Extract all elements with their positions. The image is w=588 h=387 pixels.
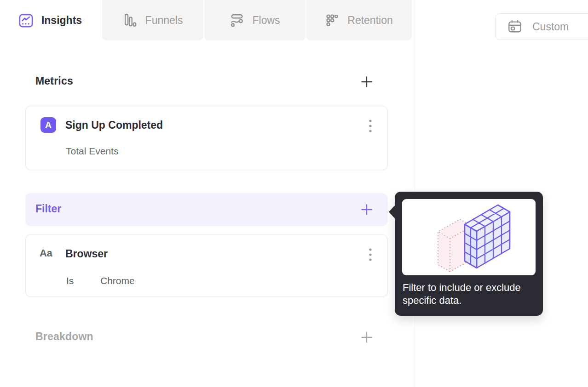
tooltip-text: Filter to include or exclude specific da…	[403, 281, 523, 307]
date-range-label: Custom	[532, 21, 569, 33]
add-filter-button[interactable]	[360, 203, 373, 216]
date-range-button[interactable]: Custom	[495, 13, 588, 40]
filter-heading: Filter	[35, 203, 61, 215]
metric-measurement[interactable]: Total Events	[66, 146, 118, 157]
report-type-tabs: Insights Funnels Flows	[0, 0, 413, 40]
tab-flows[interactable]: Flows	[204, 0, 306, 40]
calendar-icon	[507, 19, 522, 34]
kebab-menu-icon	[368, 118, 373, 135]
filter-property-name[interactable]: Browser	[65, 248, 108, 260]
tab-retention-label: Retention	[347, 14, 392, 27]
plus-icon	[360, 203, 373, 216]
string-property-icon: Aa	[40, 247, 52, 259]
filter-card[interactable]: Aa Browser Is Chrome	[25, 234, 388, 297]
filter-help-tooltip: Filter to include or exclude specific da…	[395, 192, 543, 316]
metric-card[interactable]: A Sign Up Completed Total Events	[25, 106, 388, 170]
filter-cube-illustration	[402, 199, 536, 275]
filter-section-row[interactable]: Filter	[25, 193, 388, 226]
tab-insights-label: Insights	[41, 14, 82, 27]
line-chart-icon	[18, 13, 34, 28]
tooltip-arrow	[389, 205, 395, 219]
plus-icon	[360, 331, 373, 344]
tab-funnels-label: Funnels	[145, 14, 183, 27]
tab-funnels[interactable]: Funnels	[102, 0, 203, 40]
cube-grid-icon	[402, 199, 536, 275]
filter-operator[interactable]: Is	[66, 275, 74, 286]
metrics-heading: Metrics	[35, 75, 73, 87]
breakdown-heading: Breakdown	[35, 330, 93, 343]
add-breakdown-button[interactable]	[360, 331, 373, 344]
funnel-bars-icon	[123, 13, 138, 28]
kebab-menu-icon	[368, 247, 373, 263]
filter-value[interactable]: Chrome	[100, 275, 135, 286]
filter-menu-button[interactable]	[368, 247, 373, 263]
flows-icon	[230, 13, 244, 28]
tab-retention[interactable]: Retention	[306, 0, 412, 40]
add-metric-button[interactable]	[360, 75, 373, 88]
metric-event-name[interactable]: Sign Up Completed	[65, 119, 163, 131]
retention-dots-icon	[325, 13, 340, 28]
series-badge: A	[40, 117, 56, 133]
tab-flows-label: Flows	[252, 14, 280, 27]
insights-query-builder: Insights Funnels Flows	[0, 0, 588, 387]
metric-menu-button[interactable]	[368, 118, 373, 135]
plus-icon	[360, 75, 373, 88]
tab-insights[interactable]: Insights	[0, 0, 100, 40]
